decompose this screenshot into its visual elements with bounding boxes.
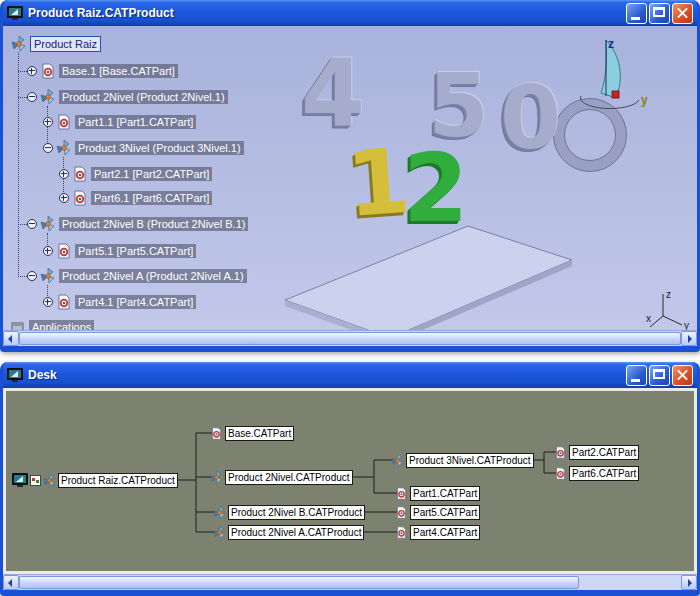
desk-window-title: Desk bbox=[28, 368, 621, 382]
catia-document-icon bbox=[12, 472, 28, 488]
desk-node-label: Part1.CATPart bbox=[410, 486, 480, 501]
close-button[interactable] bbox=[672, 365, 693, 386]
desk-node-product-3nivel[interactable]: Product 3Nivel.CATProduct bbox=[391, 452, 534, 468]
tree-node-label: Part1.1 [Part1.CATPart] bbox=[75, 115, 196, 129]
part-icon bbox=[56, 114, 72, 130]
compass[interactable]: z y bbox=[561, 36, 653, 128]
tree-connector bbox=[18, 276, 27, 278]
tree-node-label: Part4.1 [Part4.CATPart] bbox=[75, 295, 196, 309]
applications-icon bbox=[10, 319, 26, 330]
part-icon bbox=[40, 63, 56, 79]
scroll-left-button[interactable] bbox=[3, 575, 19, 590]
part-icon bbox=[554, 446, 567, 459]
desk-node-label: Product 2Nivel.CATProduct bbox=[225, 470, 353, 485]
desk-node-product-raiz[interactable]: Product Raiz.CATProduct bbox=[12, 472, 178, 488]
minimize-button[interactable] bbox=[626, 3, 647, 24]
scroll-right-button[interactable] bbox=[681, 331, 697, 346]
collapse-icon[interactable] bbox=[27, 219, 37, 229]
desk-node-part1[interactable]: Part1.CATPart bbox=[395, 485, 480, 501]
catia-document-icon bbox=[7, 5, 23, 21]
product-icon bbox=[213, 506, 226, 519]
desk-node-part6[interactable]: Part6.CATPart bbox=[554, 465, 639, 481]
collapse-icon[interactable] bbox=[43, 143, 53, 153]
maximize-button[interactable] bbox=[649, 365, 670, 386]
product-icon bbox=[40, 216, 56, 232]
scroll-right-button[interactable] bbox=[681, 575, 697, 590]
desk-node-part4[interactable]: Part4.CATPart bbox=[395, 524, 480, 540]
tree-node-part6[interactable]: Part6.1 [Part6.CATPart] bbox=[59, 189, 212, 207]
product-icon bbox=[40, 89, 56, 105]
product-window: Product Raiz.CATProduct 4 5 0 1 2 bbox=[0, 0, 700, 352]
close-button[interactable] bbox=[672, 3, 693, 24]
collapse-icon[interactable] bbox=[27, 271, 37, 281]
product-window-title: Product Raiz.CATProduct bbox=[28, 6, 621, 20]
expand-icon[interactable] bbox=[43, 297, 53, 307]
product-icon bbox=[40, 268, 56, 284]
scrollbar-thumb[interactable] bbox=[19, 332, 681, 345]
desk-horizontal-scrollbar[interactable] bbox=[3, 574, 697, 590]
left-arrow-icon bbox=[8, 335, 12, 343]
collapse-icon[interactable] bbox=[27, 92, 37, 102]
expand-icon[interactable] bbox=[43, 246, 53, 256]
triad-z-label: z bbox=[666, 289, 671, 300]
expand-icon[interactable] bbox=[59, 193, 69, 203]
tree-node-part5[interactable]: Part5.1 [Part5.CATPart] bbox=[43, 242, 196, 260]
product-horizontal-scrollbar[interactable] bbox=[3, 330, 697, 346]
desk-node-part2[interactable]: Part2.CATPart bbox=[554, 444, 639, 460]
product-icon bbox=[391, 454, 404, 467]
part-icon bbox=[210, 427, 223, 440]
tree-node-applications[interactable]: Applications bbox=[10, 318, 94, 330]
desk-node-label: Product 3Nivel.CATProduct bbox=[406, 453, 534, 468]
tree-node-product-2nivel-b[interactable]: Product 2Nivel B (Product 2Nivel B.1) bbox=[27, 215, 248, 233]
compass-origin-handle[interactable] bbox=[612, 91, 619, 98]
desk-node-label: Product Raiz.CATProduct bbox=[58, 473, 178, 488]
desk-node-product-2nivel-a[interactable]: Product 2Nivel A.CATProduct bbox=[213, 524, 364, 540]
desk-titlebar[interactable]: Desk bbox=[3, 362, 697, 388]
tree-node-product-2nivel-a[interactable]: Product 2Nivel A (Product 2Nivel A.1) bbox=[27, 267, 247, 285]
desk-node-base[interactable]: Base.CATPart bbox=[210, 425, 294, 441]
tree-node-part1[interactable]: Part1.1 [Part1.CATPart] bbox=[43, 113, 196, 131]
expand-widget-icon[interactable] bbox=[30, 475, 41, 486]
compass-y-label: y bbox=[641, 93, 648, 107]
triad-y-label: y bbox=[684, 320, 689, 330]
desk-node-label: Base.CATPart bbox=[225, 426, 294, 441]
maximize-button[interactable] bbox=[649, 3, 670, 24]
desk-window: Desk Product Raiz.CATProduct Base.CATPar… bbox=[0, 362, 700, 596]
product-titlebar[interactable]: Product Raiz.CATProduct bbox=[3, 0, 697, 26]
3d-viewport[interactable]: 4 5 0 1 2 z y z x y bbox=[3, 26, 697, 330]
expand-icon[interactable] bbox=[59, 169, 69, 179]
tree-node-label: Part2.1 [Part2.CATPart] bbox=[91, 167, 212, 181]
desk-node-label: Product 2Nivel A.CATProduct bbox=[228, 525, 364, 540]
part-icon bbox=[554, 467, 567, 480]
tree-node-product-2nivel[interactable]: Product 2Nivel (Product 2Nivel.1) bbox=[27, 88, 228, 106]
tree-node-part4[interactable]: Part4.1 [Part4.CATPart] bbox=[43, 293, 196, 311]
minimize-button[interactable] bbox=[626, 365, 647, 386]
desk-node-label: Product 2Nivel B.CATProduct bbox=[228, 505, 365, 520]
number-2-part[interactable]: 2 bbox=[403, 144, 468, 233]
tree-node-label: Product 2Nivel (Product 2Nivel.1) bbox=[59, 90, 228, 104]
desk-node-label: Part4.CATPart bbox=[410, 525, 480, 540]
part-icon bbox=[56, 294, 72, 310]
expand-icon[interactable] bbox=[27, 66, 37, 76]
number-4-part[interactable]: 4 bbox=[301, 50, 365, 137]
compass-z-label: z bbox=[608, 37, 614, 51]
scrollbar-thumb[interactable] bbox=[19, 576, 579, 589]
tree-node-product-raiz[interactable]: Product Raiz bbox=[11, 35, 101, 53]
catia-document-icon bbox=[7, 367, 23, 383]
tree-node-base1[interactable]: Base.1 [Base.CATPart] bbox=[27, 62, 178, 80]
part-icon bbox=[72, 166, 88, 182]
tree-connector bbox=[18, 71, 27, 73]
desk-node-label: Part6.CATPart bbox=[569, 466, 639, 481]
scroll-left-button[interactable] bbox=[3, 331, 19, 346]
axis-triad: z x y bbox=[645, 286, 695, 330]
tree-node-label: Product 3Nivel (Product 3Nivel.1) bbox=[75, 141, 244, 155]
tree-node-part2[interactable]: Part2.1 [Part2.CATPart] bbox=[59, 165, 212, 183]
desk-node-part5[interactable]: Part5.CATPart bbox=[395, 504, 480, 520]
desk-node-product-2nivel-b[interactable]: Product 2Nivel B.CATProduct bbox=[213, 504, 365, 520]
number-0-part[interactable]: 0 bbox=[500, 76, 561, 160]
desk-node-product-2nivel[interactable]: Product 2Nivel.CATProduct bbox=[210, 469, 353, 485]
desk-graph-view[interactable]: Product Raiz.CATProduct Base.CATPart Pro… bbox=[3, 388, 697, 574]
tree-node-product-3nivel[interactable]: Product 3Nivel (Product 3Nivel.1) bbox=[43, 139, 244, 157]
tree-connector bbox=[18, 97, 27, 99]
expand-icon[interactable] bbox=[43, 117, 53, 127]
